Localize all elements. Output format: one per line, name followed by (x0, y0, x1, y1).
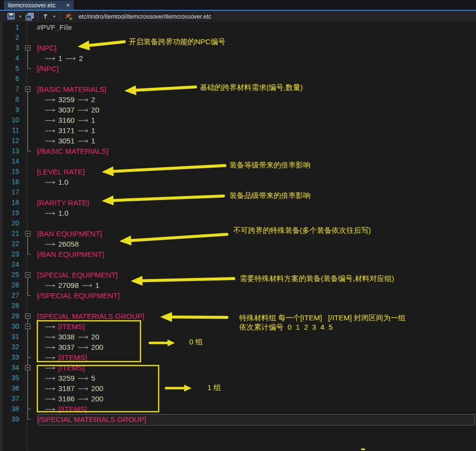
line-number: 4 (0, 53, 23, 63)
code-line-29[interactable]: 29[SPECIAL MATERIALS GROUP] (0, 311, 476, 321)
fold-collapse-toggle[interactable] (25, 231, 30, 236)
toolbar-separator (60, 13, 61, 21)
code-text: [RARITY RATE] (32, 197, 92, 208)
tab-arrow-glyph: ⟶ (78, 384, 88, 393)
fold-margin (23, 53, 32, 63)
code-line-32[interactable]: 32⟶3037⟶200 (0, 342, 476, 352)
code-line-5[interactable]: 5[/NPC] (0, 63, 476, 74)
code-line-12[interactable]: 12⟶3051⟶1 (0, 136, 476, 146)
code-line-15[interactable]: 15[LEVEL RATE] (0, 167, 476, 177)
code-line-1[interactable]: 1#PVF_File (0, 22, 476, 32)
tab-arrow-glyph: ⟶ (45, 95, 56, 104)
fold-collapse-toggle[interactable] (25, 324, 30, 329)
code-token-tag: [/SPECIAL MATERIALS GROUP] (37, 415, 146, 423)
line-number: 31 (0, 332, 23, 342)
code-line-35[interactable]: 35⟶3259⟶5 (0, 373, 476, 383)
line-number: 37 (0, 394, 23, 404)
code-line-38[interactable]: 38⟶[/ITEMS] (0, 404, 476, 414)
code-line-30[interactable]: 30⟶[ITEMS] (0, 321, 476, 332)
code-line-11[interactable]: 11⟶3171⟶1 (0, 125, 476, 136)
code-text: ⟶3259⟶5 (32, 373, 98, 383)
code-line-18[interactable]: 18[RARITY RATE] (0, 197, 476, 208)
fold-margin (23, 404, 32, 414)
code-line-27[interactable]: 27[/SPECIAL EQUIPMENT] (0, 290, 476, 301)
code-line-39[interactable]: 39[/SPECIAL MATERIALS GROUP] (0, 414, 476, 424)
code-line-9[interactable]: 9⟶3037⟶20 (0, 105, 476, 115)
tab-arrow-glyph: ⟶ (65, 54, 76, 62)
line-number: 16 (0, 177, 23, 187)
save-all-icon (26, 13, 34, 21)
code-text: ⟶3051⟶1 (32, 136, 98, 146)
code-line-6[interactable]: 6 (0, 74, 476, 84)
code-line-13[interactable]: 13[/BASIC MATERIALS] (0, 146, 476, 156)
tab-arrow-glyph: ⟶ (78, 333, 88, 341)
code-line-37[interactable]: 37⟶3186⟶200 (0, 394, 476, 404)
save-all-button[interactable] (24, 12, 35, 22)
code-text: [/SPECIAL EQUIPMENT] (32, 290, 123, 301)
code-line-20[interactable]: 20 (0, 218, 476, 228)
tab-arrow-glyph: ⟶ (78, 116, 88, 124)
code-line-16[interactable]: 16⟶1.0 (0, 177, 476, 187)
line-number: 20 (0, 218, 23, 228)
code-line-7[interactable]: 7[BASIC MATERIALS] (0, 84, 476, 94)
fold-collapse-toggle[interactable] (25, 86, 30, 92)
code-line-33[interactable]: 33⟶[/ITEMS] (0, 352, 476, 363)
fold-margin (23, 239, 32, 249)
code-line-24[interactable]: 24 (0, 259, 476, 270)
fold-margin (23, 115, 32, 125)
code-line-26[interactable]: 26⟶27098⟶1 (0, 280, 476, 290)
line-number: 12 (0, 136, 23, 146)
line-number: 26 (0, 280, 23, 290)
run-dropdown-caret-icon[interactable]: ▼ (53, 15, 56, 18)
code-text: ⟶26058 (32, 239, 82, 249)
save-button[interactable] (6, 12, 17, 22)
fold-margin-empty (23, 208, 32, 218)
code-line-3[interactable]: 3[NPC] (0, 43, 476, 53)
code-line-25[interactable]: 25[SPECIAL EQUIPMENT] (0, 270, 476, 280)
save-dropdown-caret-icon[interactable]: ▼ (19, 15, 22, 18)
code-line-19[interactable]: 19⟶1.0 (0, 208, 476, 218)
code-line-28[interactable]: 28 (0, 301, 476, 311)
fold-collapse-toggle[interactable] (25, 272, 30, 278)
code-token-val: 200 (91, 384, 103, 393)
code-token-val: 5 (91, 374, 95, 382)
code-line-22[interactable]: 22⟶26058 (0, 239, 476, 249)
run-button[interactable] (41, 12, 51, 22)
fold-collapse-toggle[interactable] (25, 365, 30, 370)
code-text: ⟶3186⟶200 (32, 394, 106, 404)
code-line-31[interactable]: 31⟶3038⟶20 (0, 332, 476, 342)
fold-margin (23, 394, 32, 404)
code-line-36[interactable]: 36⟶3187⟶200 (0, 383, 476, 394)
branch-add-button[interactable] (63, 12, 75, 22)
code-token-tag: [RARITY RATE] (37, 198, 89, 207)
code-line-23[interactable]: 23[/BAN EQUIPMENT] (0, 249, 476, 259)
code-token-tag: [SPECIAL MATERIALS GROUP] (37, 312, 144, 320)
code-token-val: 1.0 (58, 209, 69, 217)
code-line-17[interactable]: 17 (0, 187, 476, 197)
tab-itemcrossover[interactable]: itemcrossover.etc × (4, 0, 74, 10)
code-token-tag: [ITEMS] (58, 364, 85, 372)
tab-arrow-glyph: ⟶ (78, 106, 88, 114)
code-text: [BAN EQUIPMENT] (32, 228, 105, 239)
line-number: 39 (0, 414, 23, 424)
fold-margin-empty (23, 22, 32, 32)
line-number: 27 (0, 290, 23, 301)
code-line-34[interactable]: 34⟶[ITEMS] (0, 363, 476, 373)
fold-margin (23, 228, 32, 239)
tab-close-icon[interactable]: × (66, 2, 70, 8)
fold-collapse-toggle[interactable] (25, 313, 30, 319)
code-token-val: 1 (58, 54, 62, 62)
code-token-val: 20 (91, 106, 99, 114)
code-line-4[interactable]: 4⟶1⟶2 (0, 53, 476, 63)
code-line-14[interactable]: 14 (0, 156, 476, 167)
code-token-tag: [BASIC MATERIALS] (37, 85, 106, 93)
branch-add-icon (65, 13, 73, 21)
code-editor[interactable]: 1#PVF_File23[NPC]4⟶1⟶25[/NPC]67[BASIC MA… (0, 22, 476, 451)
fold-collapse-toggle[interactable] (25, 45, 30, 51)
tab-title: itemcrossover.etc (8, 2, 56, 9)
code-line-2[interactable]: 2 (0, 32, 476, 43)
code-line-8[interactable]: 8⟶3259⟶2 (0, 94, 476, 105)
toolbar-grip-handle[interactable] (1, 13, 4, 21)
code-line-21[interactable]: 21[BAN EQUIPMENT] (0, 228, 476, 239)
code-line-10[interactable]: 10⟶3160⟶1 (0, 115, 476, 125)
